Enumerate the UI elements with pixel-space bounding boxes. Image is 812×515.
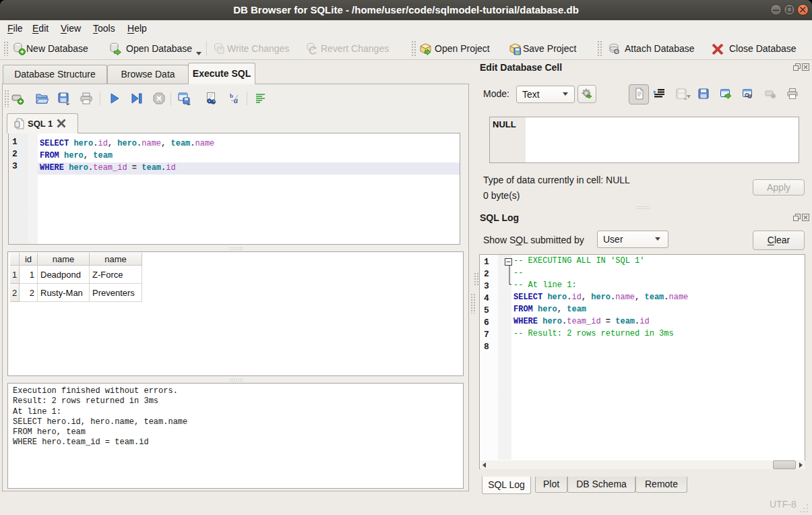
- svg-text:a: a: [234, 96, 238, 105]
- svg-text:b: b: [230, 92, 233, 99]
